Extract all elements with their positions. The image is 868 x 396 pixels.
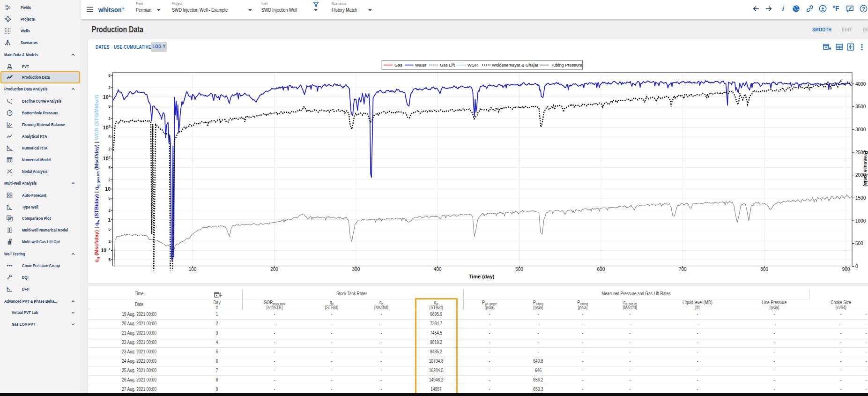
svg-text:Woldesemayat & Ghajar: Woldesemayat & Ghajar: [492, 63, 538, 67]
svg-text:1000: 1000: [855, 218, 866, 224]
svg-text:°F: °F: [833, 5, 839, 12]
svg-text:Water: Water: [415, 63, 426, 67]
svg-text:2: 2: [108, 147, 111, 151]
svg-text:2: 2: [108, 178, 111, 182]
svg-text:qg (Mscf/day) | qw (STB/day): qg (Mscf/day) | qw (STB/day) | qg,gas li…: [94, 95, 100, 262]
svg-text:1: 1: [108, 217, 111, 223]
svg-text:2: 2: [108, 116, 111, 121]
svg-text:700: 700: [679, 267, 687, 272]
svg-text:300: 300: [352, 267, 360, 272]
svg-text:10−1: 10−1: [101, 247, 111, 253]
svg-text:5: 5: [108, 227, 111, 232]
svg-text:2: 2: [108, 85, 111, 90]
svg-text:500: 500: [855, 241, 863, 246]
svg-text:200: 200: [270, 267, 278, 272]
svg-text:900: 900: [842, 267, 850, 272]
svg-text:WGR: WGR: [467, 63, 478, 67]
svg-text:2: 2: [108, 239, 111, 244]
svg-text:500: 500: [515, 267, 523, 272]
svg-text:3000: 3000: [855, 127, 866, 132]
svg-text:100: 100: [189, 267, 197, 272]
svg-text:600: 600: [597, 267, 605, 272]
svg-text:10: 10: [105, 186, 111, 192]
svg-text:5: 5: [108, 134, 111, 139]
svg-text:4000: 4000: [855, 82, 866, 87]
svg-text:Time (day): Time (day): [469, 274, 495, 279]
svg-text:Gas Lift: Gas Lift: [440, 63, 455, 67]
svg-text:i: i: [782, 5, 784, 13]
svg-text:5: 5: [108, 165, 111, 170]
svg-text:400: 400: [434, 267, 442, 272]
svg-text:103: 103: [103, 124, 111, 130]
svg-text:800: 800: [760, 267, 768, 272]
svg-text:5: 5: [108, 104, 111, 109]
svg-text:3500: 3500: [855, 104, 866, 109]
svg-text:Tubing Pressure: Tubing Pressure: [551, 63, 582, 67]
svg-text:1500: 1500: [855, 195, 866, 201]
svg-text:?: ?: [862, 6, 865, 12]
svg-text:5: 5: [108, 257, 111, 262]
svg-text:104: 104: [103, 94, 111, 100]
svg-text:5: 5: [108, 73, 111, 78]
svg-text:Gas: Gas: [394, 63, 402, 67]
svg-text:Pressure (psia): Pressure (psia): [863, 151, 868, 187]
svg-text:5: 5: [108, 196, 111, 201]
svg-text:102: 102: [103, 155, 111, 161]
svg-text:0: 0: [855, 264, 858, 269]
svg-text:2: 2: [108, 208, 111, 213]
